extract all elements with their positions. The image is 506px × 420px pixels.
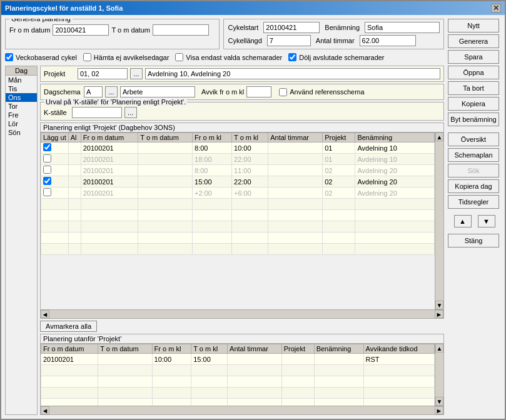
day-item-mån[interactable]: Mån	[6, 76, 37, 84]
generera-button[interactable]: Generera	[448, 34, 499, 48]
empty-bcell	[363, 399, 434, 406]
row-checkbox[interactable]	[43, 188, 51, 196]
row-checkbox[interactable]	[43, 143, 51, 151]
kstalle-input[interactable]	[72, 107, 122, 118]
scroll-right-arrow[interactable]: ►	[435, 310, 443, 318]
projekt-input[interactable]	[78, 68, 128, 79]
main-table-scrollbar-h[interactable]: ◄ ►	[41, 309, 443, 318]
oversikt-button[interactable]: Översikt	[448, 132, 499, 146]
urval-title: Urval på 'K-ställe' för 'Planering enlig…	[44, 98, 187, 106]
empty-cell	[81, 232, 138, 244]
arbete-input[interactable]	[120, 86, 195, 98]
benamning-input[interactable]	[365, 22, 440, 33]
table-cell[interactable]	[41, 154, 69, 165]
up-arrow-button[interactable]: ▲	[454, 215, 472, 228]
b-scroll-up-arrow[interactable]: ▲	[435, 344, 443, 352]
empty-cell	[323, 199, 355, 210]
ref-schema-check[interactable]	[279, 88, 287, 96]
main-table-scrollbar-v[interactable]: ▲ ▼	[435, 132, 443, 309]
scroll-up-arrow[interactable]: ▲	[435, 132, 443, 141]
bth-antal-timmar: Antal timmar	[228, 344, 282, 354]
projekt-section: Projekt ...	[40, 66, 444, 82]
table-cell[interactable]	[41, 176, 69, 188]
generera-row: Fr o m datum T o m datum	[9, 24, 215, 36]
cykelstart-input[interactable]	[263, 22, 320, 33]
table-cell[interactable]	[41, 188, 69, 199]
bottom-table-scrollbar-v[interactable]: ▲ ▼	[435, 344, 443, 406]
visa-check[interactable]	[175, 53, 183, 61]
table-cell: 20100201	[81, 142, 138, 154]
generera-title: Generera planering	[9, 19, 73, 22]
row-checkbox[interactable]	[43, 166, 51, 174]
avmarkera-alla-button[interactable]: Avmarkera alla	[40, 321, 97, 332]
veckobaserad-label: Veckobaserad cykel	[16, 54, 77, 61]
empty-cell	[68, 232, 81, 244]
th-lagg-ut: Lägg ut	[41, 133, 69, 142]
kstalle-dots-button[interactable]: ...	[124, 107, 137, 118]
ta-bort-button[interactable]: Ta bort	[448, 81, 499, 95]
empty-bcell	[228, 376, 282, 388]
urval-section: Urval på 'K-ställe' för 'Planering enlig…	[40, 102, 444, 121]
b-scroll-down-arrow[interactable]: ▼	[435, 397, 443, 406]
table-cell[interactable]	[41, 142, 69, 154]
oppna-button[interactable]: Öppna	[448, 66, 499, 79]
day-item-fre[interactable]: Fre	[6, 111, 37, 119]
empty-cell	[68, 210, 81, 221]
close-button[interactable]: ✕	[491, 4, 501, 12]
dagschema-dots-button[interactable]: ...	[105, 86, 118, 98]
day-item-lör[interactable]: Lör	[6, 119, 37, 128]
empty-cell	[41, 232, 69, 244]
row-checkbox[interactable]	[43, 154, 51, 162]
projekt-dots-button[interactable]: ...	[130, 68, 143, 79]
main-table-scroll[interactable]: Lägg ut Al Fr o m datum T o m datum Fr o…	[41, 132, 435, 309]
spara-button[interactable]: Spara	[448, 50, 499, 64]
table-cell: 18:00	[193, 154, 232, 165]
avvik-input[interactable]	[246, 86, 271, 98]
b-scroll-right-arrow[interactable]: ►	[435, 406, 443, 414]
btable-cell: 15:00	[191, 354, 228, 365]
avdelning-input[interactable]	[145, 68, 440, 79]
dolj-check[interactable]	[288, 53, 296, 61]
dagschema-label: Dagschema	[44, 88, 81, 96]
table-cell: 20100201	[81, 188, 138, 199]
table-cell: 20100201	[81, 165, 138, 176]
scroll-left-arrow[interactable]: ◄	[41, 310, 49, 318]
cykellangd-input[interactable]	[267, 35, 311, 46]
bottom-table: Fr o m datum T o m datum Fr o m kl T o m…	[41, 344, 435, 406]
row-checkbox[interactable]	[43, 177, 51, 185]
dagschema-input[interactable]	[84, 86, 103, 98]
nytt-button[interactable]: Nytt	[448, 19, 499, 32]
empty-bcell	[152, 388, 191, 399]
tom-datum-input[interactable]	[153, 24, 209, 36]
veckobaserad-check[interactable]	[5, 53, 13, 61]
sok-button[interactable]: Sök	[448, 164, 499, 178]
scroll-down-arrow[interactable]: ▼	[435, 301, 443, 309]
schemaplan-button[interactable]: Schemaplan	[448, 148, 499, 162]
day-item-sön[interactable]: Sön	[6, 128, 37, 137]
empty-cell	[193, 210, 232, 221]
hamta-check[interactable]	[83, 53, 91, 61]
from-datum-input[interactable]	[53, 24, 109, 36]
bth-projekt: Projekt	[281, 344, 314, 354]
table-cell	[68, 188, 81, 199]
day-nav-list[interactable]: MånTisOnsTorFreLörSön	[6, 76, 37, 414]
table-cell: 8:00	[193, 165, 232, 176]
projekt-label: Projekt	[44, 70, 75, 78]
byt-benamning-button[interactable]: Byt benämning	[448, 112, 499, 126]
down-arrow-button[interactable]: ▼	[478, 215, 495, 228]
antal-timmar-input[interactable]	[360, 35, 416, 46]
day-item-tis[interactable]: Tis	[6, 84, 37, 93]
stang-button[interactable]: Stäng	[448, 234, 499, 248]
day-item-tor[interactable]: Tor	[6, 102, 37, 111]
bottom-table-scroll[interactable]: Fr o m datum T o m datum Fr o m kl T o m…	[41, 344, 435, 406]
empty-cell	[193, 232, 232, 244]
kopiera-dag-button[interactable]: Kopiera dag	[448, 179, 499, 193]
tidsregler-button[interactable]: Tidsregler	[448, 195, 499, 209]
kopiera-button[interactable]: Kopiera	[448, 97, 499, 111]
btable-cell	[98, 354, 152, 365]
table-cell[interactable]	[41, 165, 69, 176]
table-cell	[138, 165, 193, 176]
b-scroll-left-arrow[interactable]: ◄	[41, 406, 49, 414]
day-item-ons[interactable]: Ons	[6, 93, 37, 102]
bottom-table-scrollbar-h[interactable]: ◄ ►	[41, 406, 443, 414]
